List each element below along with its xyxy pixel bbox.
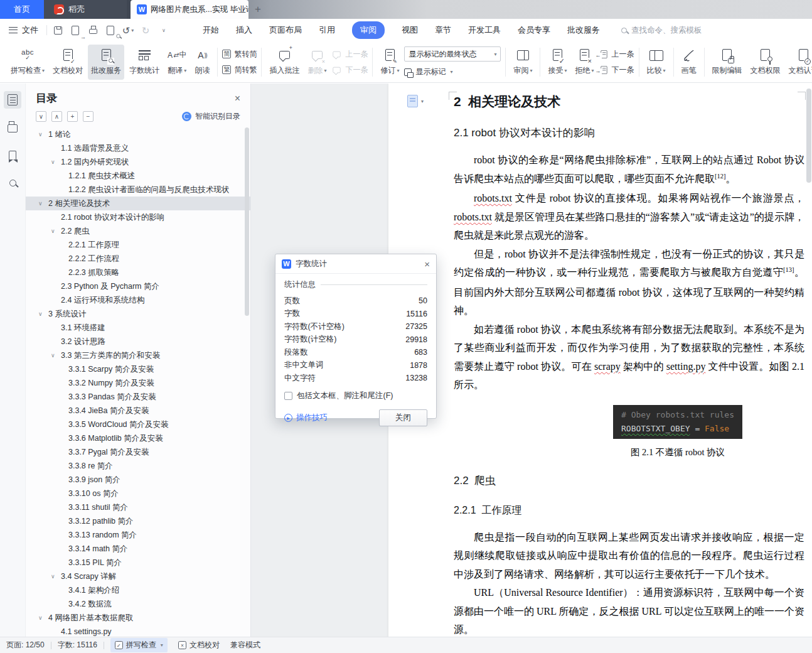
document-scrollbar[interactable] <box>806 89 811 183</box>
toc-item[interactable]: 3.3.13 random 简介 <box>26 528 250 542</box>
tips-link[interactable]: ▶ 操作技巧 <box>284 413 328 423</box>
toc-expand-icon[interactable]: ∨ <box>38 131 48 138</box>
document-content[interactable]: 2 相关理论及技术 2.1 robot 协议对本设计的影响 robot 协议的全… <box>454 84 804 637</box>
word-count-indicator[interactable]: 字数: 15116 <box>58 640 97 650</box>
toc-item[interactable]: 3.3.9 json 简介 <box>26 473 250 487</box>
redo-button[interactable]: ↻ <box>137 23 154 38</box>
toc-item[interactable]: ∨3 系统设计 <box>26 307 250 321</box>
next-change-button[interactable]: →下一条 <box>599 65 634 75</box>
toc-item[interactable]: 3.3.11 shutil 简介 <box>26 500 250 514</box>
toc-item[interactable]: ∨4 网络图片基本数据爬取 <box>26 611 250 625</box>
bookmark-panel-button[interactable] <box>4 146 21 164</box>
toc-item[interactable]: 3.3.2 Numpy 简介及安装 <box>26 376 250 390</box>
toc-item[interactable]: 2.2.1 工作原理 <box>26 238 250 252</box>
outline-panel-button[interactable] <box>4 91 21 109</box>
dialog-close-button[interactable]: 关闭 <box>379 409 427 426</box>
file-menu-button[interactable]: 文件 <box>0 19 46 41</box>
restrict-edit-button[interactable]: 限制编辑 <box>709 45 745 80</box>
tab-home[interactable]: 首页 <box>0 0 44 19</box>
brush-button[interactable]: 画笔 <box>678 45 700 80</box>
menu-item-2[interactable]: 插入 <box>236 24 252 36</box>
dialog-title-bar[interactable]: W 字数统计 × <box>275 254 436 274</box>
toc-item[interactable]: ∨2 相关理论及技术 <box>26 197 250 210</box>
simp-to-trad-button[interactable]: 繁简转繁 <box>222 65 257 75</box>
prev-comment-button[interactable]: 上一条 <box>331 49 368 60</box>
toc-expand-all-button[interactable]: ∨ <box>36 111 46 122</box>
toc-item[interactable]: 3.4.2 数据流 <box>26 597 250 611</box>
toc-item[interactable]: ∨3.4 Scrapy 详解 <box>26 569 250 583</box>
menu-item-8[interactable]: 开发工具 <box>468 24 501 36</box>
toc-item[interactable]: 3.3.4 JieBa 简介及安装 <box>26 404 250 418</box>
menu-item-6[interactable]: 视图 <box>402 24 418 36</box>
doc-proof-button[interactable]: ✓ 文档校对 <box>50 45 86 80</box>
prev-change-button[interactable]: ←上一条 <box>599 49 634 60</box>
tab-docer[interactable]: 稻壳 <box>44 0 127 19</box>
markup-state-select[interactable]: 显示标记的最终状态▾ <box>404 46 501 62</box>
menu-item-3[interactable]: 页面布局 <box>269 24 302 36</box>
dialog-close-icon[interactable]: × <box>424 259 430 269</box>
toc-item[interactable]: 2.2.3 抓取策略 <box>26 266 250 279</box>
tab-document[interactable]: W 网络图片爬虫系...实现 毕业论 <box>131 0 248 19</box>
spell-check-toggle[interactable]: ✓ 拼写检查 ▾ <box>110 638 168 652</box>
toc-item[interactable]: 3.3.15 PIL 简介 <box>26 556 250 569</box>
toc-item[interactable]: 3.2 设计思路 <box>26 335 250 348</box>
trad-to-simp-button[interactable]: 简繁转简 <box>222 49 257 60</box>
toc-item[interactable]: 3.4.1 架构介绍 <box>26 583 250 597</box>
toc-scrollbar[interactable] <box>245 127 249 316</box>
translate-button[interactable]: A⇄中 翻译▾ <box>164 45 190 80</box>
toc-item[interactable]: 3.3.5 WordCloud 简介及安装 <box>26 418 250 431</box>
toc-expand-icon[interactable]: ∨ <box>51 228 61 234</box>
grading-service-button[interactable]: 批改服务 <box>88 45 124 80</box>
compare-button[interactable]: 比较▾ <box>644 45 669 80</box>
document-page[interactable]: ▾ 2 相关理论及技术 2.1 robot 协议对本设计的影响 robot 协议… <box>388 84 812 637</box>
smart-recognize-toc-button[interactable]: 智能识别目录 <box>182 111 240 122</box>
toc-item[interactable]: 3.1 环境搭建 <box>26 321 250 335</box>
task-panel-button[interactable] <box>4 119 21 136</box>
menu-item-10[interactable]: 批改服务 <box>567 24 600 36</box>
menu-item-1[interactable]: 开始 <box>203 24 219 36</box>
delete-comment-button[interactable]: × 删除▾ <box>304 45 329 80</box>
checkbox-unchecked[interactable] <box>284 392 292 400</box>
command-search[interactable]: 查找命令、搜索模板 <box>621 25 702 36</box>
toc-item[interactable]: ∨2.2 爬虫 <box>26 224 250 238</box>
toc-item[interactable]: ∨1.2 国内外研究现状 <box>26 155 250 169</box>
toc-close-icon[interactable]: × <box>235 93 240 104</box>
show-markup-button[interactable]: 显示标记▾ <box>404 67 501 77</box>
toc-item[interactable]: 3.3.6 Matplotlib 简介及安装 <box>26 431 250 445</box>
margin-tool-button[interactable]: ▾ <box>407 95 424 107</box>
toc-expand-icon[interactable]: ∨ <box>38 311 48 317</box>
word-count-button[interactable]: 字数统计 <box>126 45 163 80</box>
doc-certify-button[interactable]: ✓ 文档认证 <box>786 45 812 80</box>
print-preview-button[interactable] <box>102 23 119 38</box>
toc-collapse-all-button[interactable]: ∧ <box>51 111 62 122</box>
toc-item[interactable]: 3.3.12 pathlib 简介 <box>26 514 250 528</box>
toc-zoom-out-button[interactable]: − <box>83 111 93 122</box>
review-pane-button[interactable]: 审阅▾ <box>510 45 535 80</box>
spell-check-button[interactable]: abc✓ 拼写检查▾ <box>8 45 48 80</box>
toc-expand-icon[interactable]: ∨ <box>51 159 61 165</box>
toc-item[interactable]: 2.2.2 工作流程 <box>26 252 250 266</box>
toc-expand-icon[interactable]: ∨ <box>38 200 48 207</box>
toc-item[interactable]: 2.3 Python 及 Pycharm 简介 <box>26 279 250 293</box>
toc-item[interactable]: 3.3.8 re 简介 <box>26 459 250 473</box>
revise-button[interactable]: ✎ 修订▾ <box>377 45 402 80</box>
toc-expand-icon[interactable]: ∨ <box>51 352 61 359</box>
toc-item[interactable]: 4.1 settings.py <box>26 625 250 637</box>
undo-button[interactable]: ↺▾ <box>120 23 136 38</box>
toc-item[interactable]: 3.3.14 math 简介 <box>26 542 250 556</box>
page-indicator[interactable]: 页面: 12/50 <box>6 640 45 650</box>
menu-item-9[interactable]: 会员专享 <box>518 24 550 36</box>
doc-proof-toggle[interactable]: × 文档校对 <box>174 638 224 652</box>
toc-expand-icon[interactable]: ∨ <box>51 573 61 580</box>
save-button[interactable] <box>50 23 66 38</box>
toc-item[interactable]: ∨3.3 第三方类库的简介和安装 <box>26 348 250 362</box>
toc-item[interactable]: 1.2.1 爬虫技术概述 <box>26 169 250 183</box>
next-comment-button[interactable]: 下一条 <box>331 65 368 75</box>
toc-item[interactable]: 2.4 运行环境和系统结构 <box>26 293 250 307</box>
accept-change-button[interactable]: ✓ 接受▾ <box>545 45 570 80</box>
print-button[interactable] <box>85 23 101 38</box>
find-panel-button[interactable] <box>4 174 21 192</box>
new-tab-button[interactable]: + <box>248 0 267 19</box>
quickbar-more-button[interactable]: ∨ <box>155 23 171 38</box>
toc-item[interactable]: 1.2.2 爬虫设计者面临的问题与反爬虫技术现状 <box>26 183 250 197</box>
